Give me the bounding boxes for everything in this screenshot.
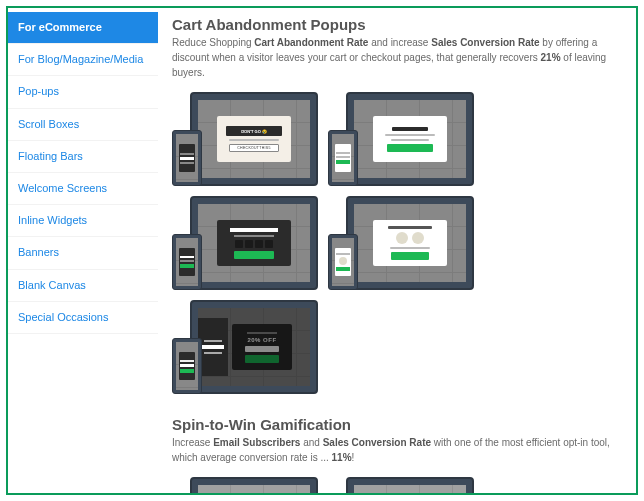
sidebar-item-welcome-screens[interactable]: Welcome Screens — [8, 173, 158, 205]
popup-headline: DON'T GO 😢 — [241, 129, 267, 134]
template-gallery: Cart Abandonment Popups Reduce Shopping … — [158, 8, 636, 493]
phone-frame — [172, 130, 202, 186]
template-card[interactable]: Spin to Win! — [328, 477, 474, 493]
template-card[interactable] — [172, 196, 318, 290]
phone-frame — [172, 338, 202, 394]
phone-frame — [328, 234, 358, 290]
sidebar-item-label: For Blog/Magazine/Media — [18, 53, 143, 65]
sidebar-item-label: Scroll Boxes — [18, 118, 79, 130]
popup-preview — [373, 116, 447, 162]
popup-coupon: CHECKOUTTHIS5 — [237, 146, 270, 150]
tablet-frame: Spin to Win! — [190, 477, 318, 493]
spin-templates-row: Spin to Win! Spin to Win! — [172, 477, 622, 493]
sidebar-item-special-occasions[interactable]: Special Occasions — [8, 302, 158, 334]
tablet-frame: DON'T GO 😢 CHECKOUTTHIS5 — [190, 92, 318, 186]
sidebar-item-label: Blank Canvas — [18, 279, 86, 291]
popup-preview: 20% OFF — [232, 324, 292, 370]
sidebar-item-blog-magazine-media[interactable]: For Blog/Magazine/Media — [8, 44, 158, 76]
sidebar-item-label: Inline Widgets — [18, 214, 87, 226]
section-title-spin: Spin-to-Win Gamification — [172, 416, 622, 433]
sidebar-item-scroll-boxes[interactable]: Scroll Boxes — [8, 109, 158, 141]
section-desc-spin: Increase Email Subscribers and Sales Con… — [172, 435, 622, 465]
template-card[interactable]: 20% OFF — [172, 300, 318, 394]
sidebar-item-label: Banners — [18, 246, 59, 258]
phone-frame — [172, 234, 202, 290]
cart-templates-row: DON'T GO 😢 CHECKOUTTHIS5 — [172, 92, 622, 394]
section-desc-cart: Reduce Shopping Cart Abandonment Rate an… — [172, 35, 622, 80]
sidebar-item-ecommerce[interactable]: For eCommerce — [8, 12, 158, 44]
tablet-frame — [346, 92, 474, 186]
sidebar-item-inline-widgets[interactable]: Inline Widgets — [8, 205, 158, 237]
template-card[interactable] — [328, 92, 474, 186]
sidebar-item-floating-bars[interactable]: Floating Bars — [8, 141, 158, 173]
sidebar-item-popups[interactable]: Pop-ups — [8, 76, 158, 108]
sidebar-item-label: Welcome Screens — [18, 182, 107, 194]
category-sidebar: For eCommerce For Blog/Magazine/Media Po… — [8, 8, 158, 493]
page-frame: For eCommerce For Blog/Magazine/Media Po… — [6, 6, 638, 495]
tablet-frame: Spin to Win! — [346, 477, 474, 493]
phone-frame — [328, 130, 358, 186]
sidebar-item-label: Special Occasions — [18, 311, 109, 323]
popup-side-panel — [198, 318, 228, 376]
sidebar-item-label: For eCommerce — [18, 21, 102, 33]
popup-preview — [373, 220, 447, 266]
sidebar-item-label: Pop-ups — [18, 85, 59, 97]
popup-offer: 20% OFF — [247, 337, 276, 343]
popup-preview — [217, 220, 291, 266]
tablet-frame — [346, 196, 474, 290]
template-card[interactable] — [328, 196, 474, 290]
tablet-frame: 20% OFF — [190, 300, 318, 394]
tablet-frame — [190, 196, 318, 290]
template-card[interactable]: DON'T GO 😢 CHECKOUTTHIS5 — [172, 92, 318, 186]
section-title-cart: Cart Abandonment Popups — [172, 16, 622, 33]
sidebar-item-blank-canvas[interactable]: Blank Canvas — [8, 270, 158, 302]
sidebar-item-label: Floating Bars — [18, 150, 83, 162]
popup-preview: DON'T GO 😢 CHECKOUTTHIS5 — [217, 116, 291, 162]
sidebar-item-banners[interactable]: Banners — [8, 237, 158, 269]
template-card[interactable]: Spin to Win! — [172, 477, 318, 493]
